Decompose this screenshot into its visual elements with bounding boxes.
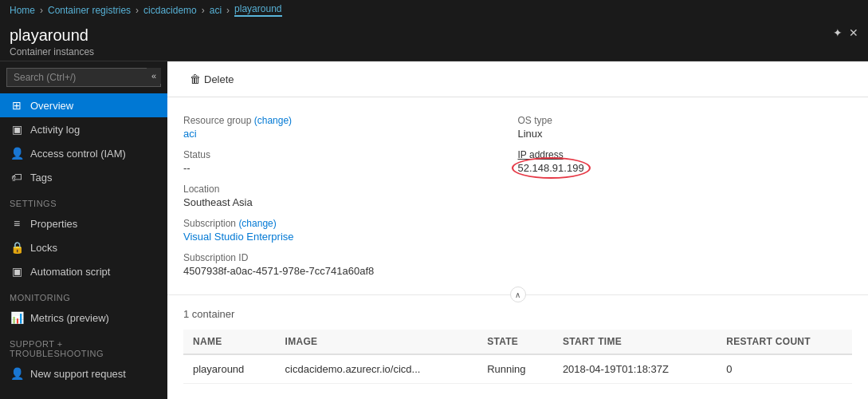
section-label-support: SUPPORT + TROUBLESHOOTING [0, 330, 167, 361]
chevron-icon: › [226, 5, 230, 16]
sidebar-item-access-control[interactable]: 👤 Access control (IAM) [0, 141, 167, 165]
sidebar: « ⊞ Overview ▣ Activity log 👤 Access con… [0, 61, 167, 399]
info-section: Resource group (change) aci Status -- Lo… [167, 97, 868, 295]
info-value-os-type: Linux [518, 128, 853, 140]
breadcrumb-cicdacidemo[interactable]: cicdacidemo [143, 5, 197, 16]
sidebar-label-new-support: New support request [30, 368, 126, 380]
sidebar-label-tags: Tags [30, 172, 52, 184]
sidebar-item-locks[interactable]: 🔒 Locks [0, 235, 167, 259]
info-resource-group: Resource group (change) aci [183, 110, 518, 144]
info-label-location: Location [183, 184, 518, 195]
table-row: playaround cicdacidemo.azurecr.io/cicd..… [183, 354, 852, 384]
cell-name: playaround [183, 354, 276, 384]
chevron-icon: › [136, 5, 139, 16]
subscription-value[interactable]: Visual Studio Enterprise [183, 231, 294, 243]
cell-image: cicdacidemo.azurecr.io/cicd... [276, 354, 478, 384]
sidebar-navigation: ⊞ Overview ▣ Activity log 👤 Access contr… [0, 93, 167, 399]
breadcrumb-home[interactable]: Home [10, 5, 35, 16]
breadcrumb-aci[interactable]: aci [210, 5, 222, 16]
cell-restart-count: 0 [717, 354, 852, 384]
info-subscription: Subscription (change) Visual Studio Ente… [183, 213, 518, 247]
info-status: Status -- [183, 144, 518, 179]
col-header-image: IMAGE [276, 330, 478, 354]
col-header-start-time: START TIME [553, 330, 717, 354]
chevron-icon: › [202, 5, 205, 16]
activity-log-icon: ▣ [10, 123, 24, 136]
delete-label: Delete [204, 73, 234, 85]
section-label-settings: SETTINGS [0, 189, 167, 211]
container-section: 1 container NAME IMAGE STATE START TIME … [167, 295, 868, 399]
properties-icon: ≡ [10, 217, 24, 230]
new-support-icon: 👤 [10, 367, 24, 380]
sidebar-item-properties[interactable]: ≡ Properties [0, 211, 167, 235]
info-left: Resource group (change) aci Status -- Lo… [183, 110, 518, 282]
info-label-ip-address: IP address [518, 149, 853, 160]
breadcrumb: Home › Container registries › cicdacidem… [0, 0, 868, 20]
col-header-restart-count: RESTART COUNT [717, 330, 852, 354]
sidebar-item-tags[interactable]: 🏷 Tags [0, 165, 167, 189]
close-icon[interactable]: ✕ [849, 26, 858, 39]
content-area: 🗑 Delete Resource group (change) aci Sta… [167, 61, 868, 399]
overview-icon: ⊞ [10, 99, 24, 112]
breadcrumb-registries[interactable]: Container registries [48, 5, 131, 16]
pin-icon[interactable]: ✦ [833, 26, 842, 39]
change-resource-group-link[interactable]: (change) [254, 115, 292, 126]
search-box: « [0, 61, 167, 93]
resource-name: playaround [10, 26, 94, 45]
info-label-subscription: Subscription (change) [183, 218, 518, 229]
toolbar: 🗑 Delete [167, 61, 868, 97]
collapse-chevron-button[interactable]: ∧ [510, 286, 526, 302]
resource-group-value[interactable]: aci [183, 128, 197, 140]
resource-type: Container instances [10, 46, 94, 57]
info-os-type: OS type Linux [518, 110, 853, 144]
containers-table: NAME IMAGE STATE START TIME RESTART COUN… [183, 330, 852, 384]
section-label-monitoring: MONITORING [0, 283, 167, 306]
sidebar-item-overview[interactable]: ⊞ Overview [0, 93, 167, 117]
ip-address-value: 52.148.91.199 [518, 162, 584, 174]
search-input[interactable] [6, 68, 161, 87]
sidebar-label-activity-log: Activity log [30, 124, 80, 136]
change-subscription-link[interactable]: (change) [238, 218, 276, 229]
sidebar-item-activity-log[interactable]: ▣ Activity log [0, 117, 167, 141]
info-location: Location Southeast Asia [183, 179, 518, 213]
title-area: playaround Container instances ✦ ✕ [0, 20, 868, 61]
info-right: OS type Linux IP address 52.148.91.199 [518, 110, 853, 282]
info-value-subscription-id: 4507938f-a0ac-4571-978e-7cc741a60af8 [183, 265, 518, 277]
col-header-state: STATE [477, 330, 553, 354]
chevron-icon: › [40, 5, 43, 16]
locks-icon: 🔒 [10, 241, 24, 254]
info-label-os-type: OS type [518, 115, 853, 126]
sidebar-label-properties: Properties [30, 218, 77, 230]
sidebar-item-new-support[interactable]: 👤 New support request [0, 361, 167, 385]
delete-icon: 🗑 [190, 73, 201, 85]
cell-state: Running [477, 354, 553, 384]
sidebar-label-access-control: Access control (IAM) [30, 148, 126, 160]
collapse-sidebar-button[interactable]: « [147, 68, 161, 84]
delete-button[interactable]: 🗑 Delete [183, 69, 241, 89]
cell-start-time: 2018-04-19T01:18:37Z [553, 354, 717, 384]
sidebar-label-metrics: Metrics (preview) [30, 312, 109, 324]
breadcrumb-current: playaround [234, 3, 281, 17]
info-ip-address: IP address 52.148.91.199 [518, 144, 853, 179]
sidebar-label-automation-script: Automation script [30, 266, 110, 278]
sidebar-item-automation-script[interactable]: ▣ Automation script [0, 259, 167, 283]
info-value-location: Southeast Asia [183, 196, 518, 208]
tags-icon: 🏷 [10, 171, 24, 184]
sidebar-label-locks: Locks [30, 242, 57, 254]
info-label-subscription-id: Subscription ID [183, 252, 518, 263]
sidebar-item-metrics[interactable]: 📊 Metrics (preview) [0, 306, 167, 330]
info-value-status: -- [183, 162, 518, 174]
metrics-icon: 📊 [10, 311, 24, 324]
col-header-name: NAME [183, 330, 276, 354]
main-layout: « ⊞ Overview ▣ Activity log 👤 Access con… [0, 61, 868, 399]
sidebar-label-overview: Overview [30, 100, 73, 112]
info-subscription-id: Subscription ID 4507938f-a0ac-4571-978e-… [183, 247, 518, 282]
info-label-status: Status [183, 149, 518, 160]
container-count: 1 container [183, 308, 852, 320]
access-control-icon: 👤 [10, 147, 24, 160]
automation-script-icon: ▣ [10, 265, 24, 278]
info-label-resource-group: Resource group (change) [183, 115, 518, 126]
table-header-row: NAME IMAGE STATE START TIME RESTART COUN… [183, 330, 852, 354]
